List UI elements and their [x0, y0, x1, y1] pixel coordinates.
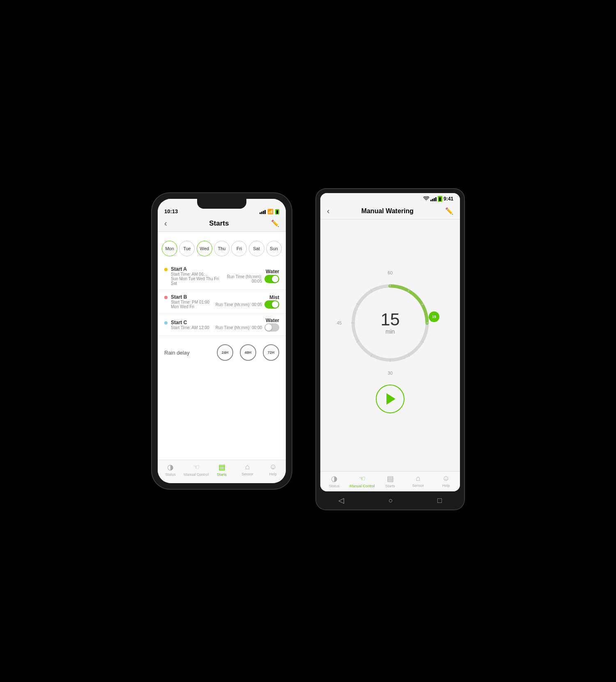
timer-value: 15: [381, 311, 400, 328]
timer-handle-badge[interactable]: 15: [429, 311, 439, 322]
wifi-icon: 📶: [267, 209, 274, 214]
android-status-icons: ▮ 9:41: [423, 196, 453, 202]
start-a-days: Sun Mon Tue Wed Thu Fri Sat: [171, 276, 221, 286]
iphone-screen: 10:13 📶 ▮ ‹ Starts ✏️: [158, 199, 286, 483]
start-c-time: Start Time: AM 12:00: [171, 325, 209, 330]
iphone-time: 10:13: [164, 208, 178, 214]
rain-delay-72h[interactable]: 72H: [263, 344, 279, 361]
day-mon[interactable]: Mon: [162, 241, 177, 256]
tab-sensor[interactable]: ⌂ Sensor: [234, 463, 260, 477]
starts-list: Start A Start Time: AM 06:... Sun Mon Tu…: [158, 262, 286, 460]
starts-tab-label: Starts: [217, 472, 227, 477]
day-thu[interactable]: Thu: [214, 241, 230, 256]
play-button[interactable]: [376, 385, 405, 413]
back-button[interactable]: ‹: [164, 219, 167, 228]
day-sat[interactable]: Sat: [249, 241, 264, 256]
day-tue-label: Tue: [183, 246, 191, 251]
start-a-toggle[interactable]: [264, 275, 279, 283]
days-row: Mon Tue Wed Thu Fri Sat: [158, 236, 286, 259]
tab-status[interactable]: ◑ Status: [158, 463, 183, 477]
android-help-label: Help: [442, 484, 450, 488]
start-c-name: Start C: [171, 320, 209, 325]
android-screen: ▮ 9:41 ‹ Manual Watering ✏️ 60 45 30: [320, 193, 460, 491]
day-fri[interactable]: Fri: [231, 241, 247, 256]
android-recents-nav[interactable]: □: [437, 496, 442, 505]
iphone-tabbar: ◑ Status ☜ Manual Control ▤ Starts ⌂ Sen…: [158, 460, 286, 483]
day-thu-label: Thu: [218, 246, 226, 251]
iphone-status-icons: 📶 ▮: [260, 209, 279, 214]
android-tab-manual[interactable]: ☜ Manual Control: [348, 474, 376, 488]
battery-icon: ▮: [275, 209, 279, 214]
day-sun-label: Sun: [270, 246, 278, 251]
timer-unit: min: [381, 328, 400, 335]
start-a-name: Start A: [171, 266, 221, 272]
android-back-button[interactable]: ‹: [327, 206, 330, 216]
android-nav-header: ‹ Manual Watering ✏️: [320, 205, 460, 219]
android-starts-icon: ▤: [387, 474, 394, 483]
android-sensor-icon: ⌂: [416, 474, 421, 483]
start-b-toggle[interactable]: [264, 300, 279, 309]
day-wed[interactable]: Wed: [197, 241, 212, 256]
start-item-a[interactable]: Start A Start Time: AM 06:... Sun Mon Tu…: [158, 262, 286, 290]
start-c-type: Water: [216, 318, 279, 323]
rain-delay-section: Rain delay 24H 48H 72H: [158, 339, 286, 366]
start-item-c[interactable]: Start C Start Time: AM 12:00 Water Run T…: [158, 313, 286, 336]
rain-delay-24h[interactable]: 24H: [217, 344, 233, 361]
android-device: ▮ 9:41 ‹ Manual Watering ✏️ 60 45 30: [316, 189, 464, 509]
start-a-time: Start Time: AM 06:...: [171, 272, 221, 276]
battery-icon: ▮: [438, 196, 442, 202]
start-b-days: Mon Wed Fri: [171, 304, 209, 309]
rain-48h-label: 48H: [245, 350, 252, 355]
android-manual-label: Manual Control: [349, 484, 375, 488]
day-fri-label: Fri: [237, 246, 242, 251]
start-b-type: Mist: [216, 295, 279, 300]
start-c-dot: [164, 321, 168, 325]
start-c-toggle[interactable]: [264, 323, 279, 332]
start-b-name: Start B: [171, 294, 209, 300]
start-item-b[interactable]: Start B Start Time: PM 01:00 Mon Wed Fri…: [158, 290, 286, 313]
day-sat-label: Sat: [253, 246, 260, 251]
start-b-runtime: Run Time (hh:mm): 00:05: [216, 300, 279, 309]
page-title: Starts: [209, 219, 229, 228]
start-a-dot: [164, 268, 168, 271]
status-tab-label: Status: [165, 472, 176, 477]
day-sun[interactable]: Sun: [266, 241, 282, 256]
tick-30-label: 30: [388, 371, 393, 376]
play-icon: [386, 393, 395, 405]
android-time: 9:41: [444, 196, 453, 202]
status-tab-icon: ◑: [167, 463, 174, 472]
android-tab-sensor[interactable]: ⌂ Sensor: [404, 474, 432, 488]
android-tab-starts[interactable]: ▤ Starts: [376, 474, 404, 488]
manual-control-tab-label: Manual Control: [184, 472, 209, 477]
start-b-dot: [164, 296, 168, 299]
start-a-runtime: Run Time (hh:mm): 00:05: [221, 274, 279, 283]
rain-delay-48h[interactable]: 48H: [240, 344, 256, 361]
timer-dial[interactable]: 60 45 30: [345, 278, 435, 368]
tick-45-label: 45: [337, 320, 342, 325]
day-tue[interactable]: Tue: [179, 241, 195, 256]
android-tabbar: ◑ Status ☜ Manual Control ▤ Starts ⌂ Sen…: [320, 471, 460, 491]
tab-starts[interactable]: ▤ Starts: [209, 463, 234, 477]
edit-button[interactable]: ✏️: [271, 219, 279, 227]
android-manual-icon: ☜: [359, 474, 365, 483]
android-help-icon: ☺: [442, 474, 450, 483]
android-starts-label: Starts: [385, 484, 395, 488]
tab-help[interactable]: ☺ Help: [260, 463, 286, 477]
android-home-nav[interactable]: ○: [388, 496, 393, 505]
signal-bars-icon: [430, 196, 437, 201]
iphone-nav-header: ‹ Starts ✏️: [158, 217, 286, 232]
timer-display: 15 min: [381, 311, 400, 335]
days-dots: [158, 259, 286, 262]
start-c-runtime: Run Time (hh:mm): 00:00: [216, 323, 279, 332]
tab-manual-control[interactable]: ☜ Manual Control: [183, 463, 209, 477]
android-back-nav[interactable]: ◁: [338, 496, 344, 505]
android-tab-help[interactable]: ☺ Help: [432, 474, 460, 488]
android-tab-status[interactable]: ◑ Status: [320, 474, 348, 488]
starts-tab-icon: ▤: [218, 463, 225, 472]
signal-icon: [260, 209, 266, 214]
android-bottom-nav: ◁ ○ □: [316, 491, 464, 509]
android-edit-button[interactable]: ✏️: [445, 207, 453, 215]
day-mon-label: Mon: [165, 246, 174, 251]
timer-section: 60 45 30: [320, 219, 460, 471]
sensor-tab-label: Sensor: [241, 472, 253, 476]
